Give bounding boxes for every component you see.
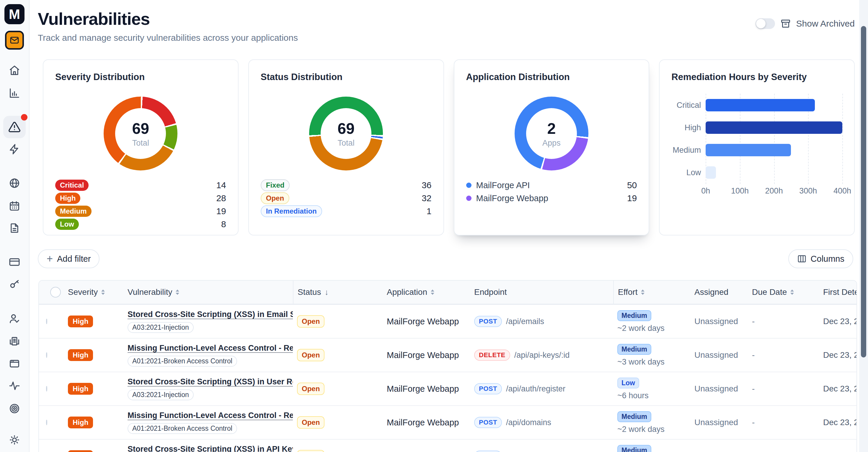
calendar-icon[interactable]: [3, 200, 26, 212]
columns-button[interactable]: Columns: [788, 249, 853, 268]
status-legend: Fixed 36 Open 32 In Remediation 1: [261, 179, 432, 218]
high-badge: High: [55, 192, 80, 204]
table-row[interactable]: High Missing Function-Level Access Contr…: [39, 405, 857, 439]
bar-row: Critical: [706, 99, 842, 111]
status-donut-chart[interactable]: 69 Total: [309, 97, 383, 171]
m-logo[interactable]: M: [4, 4, 25, 24]
application-donut-chart[interactable]: 2 Apps: [515, 97, 588, 171]
endpoint-cell: POST /api/api-keys: [470, 451, 613, 452]
table-row[interactable]: High Stored Cross-Site Scripting (XSS) i…: [39, 372, 857, 405]
zap-icon[interactable]: [3, 143, 26, 156]
vulnerability-link[interactable]: Stored Cross-Site Scripting (XSS) in Use…: [128, 377, 293, 386]
add-filter-button[interactable]: + Add filter: [38, 249, 99, 268]
critical-bar[interactable]: [706, 99, 815, 111]
effort-cell: Medium ~3 work days: [613, 344, 690, 367]
bar-label: Low: [671, 168, 701, 177]
table-row[interactable]: High Missing Function-Level Access Contr…: [39, 338, 857, 372]
column-header-effort[interactable]: Effort: [613, 281, 690, 304]
severity-cell: High: [64, 383, 123, 395]
toggle-knob: [756, 19, 766, 28]
vulnerability-cell: Stored Cross-Site Scripting (XSS) in Ema…: [123, 310, 293, 333]
donut-center: 69 Total: [115, 108, 166, 159]
donut-total-label: Total: [132, 139, 149, 148]
key-icon[interactable]: [3, 278, 26, 291]
table-row[interactable]: High Stored Cross-Site Scripting (XSS) i…: [39, 439, 857, 452]
vulnerability-cell: Missing Function-Level Access Control - …: [123, 343, 293, 367]
effort-cell: Medium ~2 work days: [613, 310, 690, 333]
user-check-icon[interactable]: [3, 312, 26, 325]
owasp-tag: A01:2021-Broken Access Control: [128, 356, 237, 367]
column-header-severity[interactable]: Severity: [64, 281, 123, 304]
due-date-cell: -: [748, 317, 819, 326]
activity-icon[interactable]: [3, 379, 26, 392]
severity-cell: High: [64, 349, 123, 361]
endpoint-cell: POST /api/emails: [470, 316, 613, 327]
row-checkbox[interactable]: [46, 319, 47, 324]
column-header-due-date[interactable]: Due Date: [748, 281, 819, 304]
legend-value: 1: [427, 206, 432, 216]
effort-time: ~2 work days: [617, 324, 690, 333]
assigned-cell: Unassigned: [690, 384, 748, 393]
vulnerability-cell: Stored Cross-Site Scripting (XSS) in Use…: [123, 377, 293, 400]
main-content: Vulnerabilities Track and manage securit…: [30, 0, 868, 452]
credit-card-icon[interactable]: [3, 255, 26, 269]
first-detected-cell: Dec 23, 2024: [819, 317, 857, 326]
endpoint-path: /api/domains: [506, 418, 551, 427]
select-all-checkbox[interactable]: [50, 287, 61, 298]
page-subtitle: Track and manage security vulnerabilitie…: [38, 33, 855, 43]
alert-triangle-icon[interactable]: [3, 116, 26, 138]
browser-window-icon[interactable]: [3, 357, 26, 370]
show-archived-toggle[interactable]: [755, 18, 775, 29]
table-row[interactable]: High Stored Cross-Site Scripting (XSS) i…: [39, 304, 857, 338]
medium-bar[interactable]: [706, 144, 791, 156]
bar-label: High: [671, 123, 701, 132]
column-header-first-detected[interactable]: First Detected: [819, 281, 857, 304]
low-bar[interactable]: [706, 166, 716, 179]
high-bar[interactable]: [706, 121, 842, 134]
show-archived-label: Show Archived: [796, 19, 855, 29]
status-cell: Open: [293, 315, 383, 328]
sun-icon[interactable]: [3, 433, 26, 446]
column-header-application[interactable]: Application: [383, 281, 470, 304]
vulnerability-cell: Stored Cross-Site Scripting (XSS) in API…: [123, 445, 293, 452]
vulnerability-link[interactable]: Stored Cross-Site Scripting (XSS) in API…: [128, 445, 293, 452]
legend-item: Open 32: [261, 192, 432, 205]
printer-icon[interactable]: [3, 335, 26, 348]
status-badge: Open: [297, 383, 324, 395]
severity-cell: High: [64, 315, 123, 327]
home-icon[interactable]: [3, 64, 26, 77]
checkbox-cell: [39, 386, 64, 391]
file-text-icon[interactable]: [3, 221, 26, 235]
legend-item: MailForge Webapp 19: [466, 192, 637, 205]
endpoint-cell: POST /api/domains: [470, 417, 613, 428]
column-header-vulnerability[interactable]: Vulnerability: [123, 281, 293, 304]
effort-cell: Medium ~2 work days: [613, 411, 690, 434]
globe-icon[interactable]: [3, 177, 26, 190]
column-header-endpoint[interactable]: Endpoint: [470, 281, 613, 304]
endpoint-path: /api/emails: [506, 317, 544, 326]
column-header-status[interactable]: Status↓: [293, 281, 383, 304]
owasp-tag: A01:2021-Broken Access Control: [128, 423, 237, 434]
endpoint-path: /api/auth/register: [506, 384, 565, 393]
severity-donut-chart[interactable]: 69 Total: [104, 97, 178, 171]
vulnerability-link[interactable]: Stored Cross-Site Scripting (XSS) in Ema…: [128, 310, 293, 319]
stat-cards: Severity Distribution 69 Total Critical …: [43, 59, 855, 236]
bar-chart-icon[interactable]: [3, 87, 26, 99]
target-icon[interactable]: [3, 402, 26, 415]
archive-icon: [780, 18, 791, 29]
mail-app-icon[interactable]: [5, 31, 24, 50]
card-title: Application Distribution: [466, 72, 637, 83]
remediation-bar-chart: Critical High Medium Low: [671, 99, 842, 198]
scrollbar-thumb[interactable]: [861, 26, 866, 358]
bar-label: Critical: [671, 101, 701, 110]
status-cell: Open: [293, 450, 383, 452]
vulnerability-link[interactable]: Missing Function-Level Access Control - …: [128, 343, 293, 353]
row-checkbox[interactable]: [46, 386, 47, 391]
row-checkbox[interactable]: [46, 353, 47, 358]
vulnerability-link[interactable]: Missing Function-Level Access Control - …: [128, 411, 293, 420]
legend-value: 50: [627, 180, 637, 190]
column-header-assigned[interactable]: Assigned: [690, 281, 748, 304]
row-checkbox[interactable]: [46, 420, 47, 425]
severity-badge: High: [68, 349, 93, 361]
legend-item: MailForge API 50: [466, 179, 637, 192]
